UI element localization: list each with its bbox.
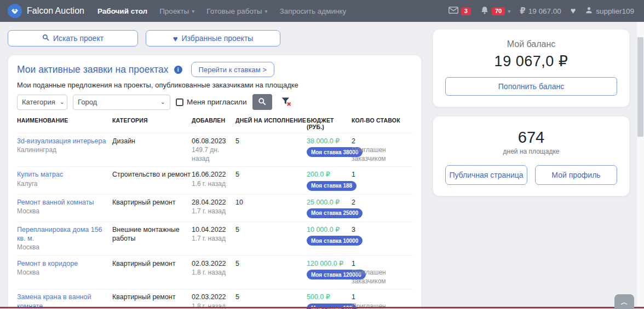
ruble-icon: ₽	[520, 6, 525, 16]
chevron-up-icon: ︿	[621, 298, 628, 307]
my-bid-badge: Моя ставка 25000	[307, 208, 363, 218]
go-to-bids-button[interactable]: Перейти к ставкам >	[191, 62, 274, 77]
balance-card: Мой баланс 19 067,0 ₽ Пополнить баланс	[433, 29, 630, 107]
search-project-button[interactable]: Искать проект	[8, 30, 138, 46]
project-link[interactable]: Ремонт в коридоре	[17, 260, 78, 267]
bids-table-header: НАИМЕНОВАНИЕКАТЕГОРИЯ ДОБАВЛЕНДНЕЙ НА ИС…	[17, 115, 412, 133]
top-up-balance-button[interactable]: Пополнить баланс	[445, 77, 617, 96]
days-card: 674 дней на площадке Публичная страница …	[433, 116, 630, 196]
table-row: Купить матрасКалуга Строительство и ремо…	[17, 166, 412, 194]
favorites-button[interactable]: ♥	[571, 6, 576, 16]
my-bid-badge: Моя ставка 10000	[307, 236, 363, 246]
user-icon	[585, 6, 593, 16]
bids-card-subtitle: Мои поданные предложения на проекты, опу…	[17, 81, 412, 89]
notifications-badge: 70	[492, 7, 505, 15]
days-on-platform-label: дней на площадке	[445, 148, 617, 155]
table-row: 3d-визуализация интерьераКалининград Диз…	[17, 133, 412, 166]
menu-dashboard[interactable]: Рабочий стол	[97, 7, 147, 15]
chevron-down-icon: ⌄	[160, 98, 165, 106]
apply-filter-button[interactable]	[252, 94, 272, 110]
caret-down-icon: ▾	[265, 8, 268, 14]
invited-checkbox[interactable]: Меня пригласили	[176, 98, 247, 106]
balance-amount: 19 067,0 ₽	[445, 53, 617, 70]
balance-display[interactable]: ₽ 19 067.00	[520, 6, 561, 16]
chevron-down-icon: ⌄	[60, 98, 65, 106]
balance-title: Мой баланс	[445, 39, 617, 49]
category-select[interactable]: Категория⌄	[17, 95, 67, 110]
messages-button[interactable]: 3	[449, 7, 471, 15]
funnel-clear-icon	[281, 96, 291, 108]
navbar-right: 3 70 ▾ ₽ 19 067.00 ♥ supplier109	[449, 6, 634, 16]
heart-icon: ♥	[571, 6, 576, 16]
main-menu: Рабочий стол Проекты▾ Готовые работы▾ За…	[97, 7, 346, 15]
brand[interactable]: Falcon Auction	[8, 4, 84, 18]
my-bid-badge: Моя ставка 188	[307, 181, 357, 191]
heart-icon: ♥	[173, 34, 178, 43]
main-column: Искать проект ♥ Избранные проекты Мои ак…	[8, 30, 422, 309]
menu-finished-works[interactable]: Готовые работы▾	[206, 7, 267, 15]
balance-amount: 19 067.00	[528, 7, 561, 15]
public-page-button[interactable]: Публичная страница	[445, 165, 527, 185]
bids-filters: Категория⌄ Город⌄ Меня пригласили	[17, 94, 412, 110]
project-link[interactable]: Перепланировка дома 156 кв. м.	[17, 226, 102, 242]
project-link[interactable]: Ремонт ванной комнаты	[17, 199, 94, 206]
quick-buttons: Искать проект ♥ Избранные проекты	[8, 30, 422, 46]
table-row: Ремонт в коридореМосква Квартирный ремон…	[17, 255, 412, 289]
messages-badge: 3	[461, 7, 471, 15]
caret-down-icon: ▾	[192, 8, 194, 14]
search-icon	[258, 97, 266, 107]
handshake-logo-icon	[8, 4, 22, 18]
search-icon	[42, 34, 49, 43]
info-icon[interactable]: i	[174, 66, 182, 74]
bids-card-title: Мои активные заявки на проектах	[17, 63, 169, 75]
username: supplier109	[596, 7, 634, 15]
favorite-projects-button[interactable]: ♥ Избранные проекты	[146, 30, 280, 46]
brand-name: Falcon Auction	[27, 6, 84, 16]
clear-filter-button[interactable]	[278, 94, 295, 110]
invited-checkbox-input[interactable]	[176, 98, 183, 106]
my-profile-button[interactable]: Мой профиль	[535, 165, 617, 185]
bottom-edge-line	[0, 307, 644, 308]
city-select[interactable]: Город⌄	[73, 95, 170, 110]
active-bids-card: Мои активные заявки на проектах i Перейт…	[8, 55, 422, 309]
user-menu[interactable]: supplier109	[585, 6, 634, 16]
menu-projects[interactable]: Проекты▾	[159, 7, 194, 15]
right-sidebar: Мой баланс 19 067,0 ₽ Пополнить баланс 6…	[433, 29, 630, 196]
table-row: Ремонт ванной комнатыМосква Квартирный р…	[17, 194, 412, 221]
project-link[interactable]: 3d-визуализация интерьера	[17, 137, 106, 145]
bell-icon	[480, 6, 489, 16]
project-link[interactable]: Купить матрас	[17, 171, 63, 178]
caret-down-icon: ▾	[508, 8, 510, 14]
top-navbar: Falcon Auction Рабочий стол Проекты▾ Гот…	[0, 0, 644, 22]
notifications-button[interactable]: 70 ▾	[480, 6, 510, 16]
table-row: Замена крана в ванной комнатеМосква Квар…	[17, 289, 412, 309]
envelope-icon	[449, 7, 458, 15]
days-on-platform-count: 674	[445, 129, 617, 147]
menu-request-admin[interactable]: Запросить админку	[280, 7, 347, 15]
bids-table: НАИМЕНОВАНИЕКАТЕГОРИЯ ДОБАВЛЕНДНЕЙ НА ИС…	[17, 115, 412, 309]
scroll-to-top-button[interactable]: ︿	[614, 294, 634, 309]
scrollbar-thumb[interactable]	[637, 37, 643, 137]
table-row: Перепланировка дома 156 кв. м.Москва Вне…	[17, 221, 412, 255]
page-scrollbar[interactable]	[636, 22, 644, 309]
